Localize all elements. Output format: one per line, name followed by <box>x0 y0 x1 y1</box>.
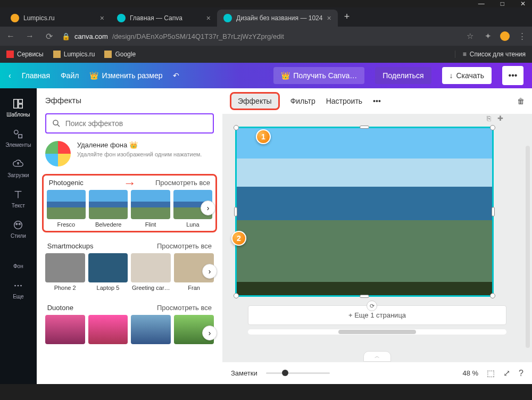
download-button[interactable]: ↓Скачать <box>442 67 492 84</box>
effect-thumb[interactable]: Fresco <box>47 190 86 228</box>
nav-label: Шаблоны <box>6 112 30 118</box>
close-window-button[interactable]: ✕ <box>520 0 526 7</box>
bg-remove-card[interactable]: Удаление фона 👑 Удаляйте фон изображений… <box>45 141 214 166</box>
lock-icon: 🔒 <box>62 32 70 40</box>
profile-avatar[interactable] <box>500 31 510 41</box>
header-back-icon[interactable]: ‹ <box>9 71 11 80</box>
bookmark-star-icon[interactable]: ☆ <box>464 31 476 41</box>
minimize-button[interactable]: — <box>478 0 485 7</box>
share-button[interactable]: Поделиться <box>375 67 431 84</box>
nav-templates[interactable]: Шаблоны <box>0 93 37 123</box>
tab-title: Дизайн без названия — 1024 <box>236 14 322 22</box>
effects-search[interactable] <box>45 113 214 134</box>
add-page-button[interactable]: + Еще 1 страница ⟳ <box>248 305 506 325</box>
effects-panel: Эффекты Удаление фона 👑 Удаляйте фон изо… <box>37 88 222 384</box>
nav-background[interactable]: Фон <box>0 244 37 274</box>
get-canva-button[interactable]: 👑Получить Canva… <box>273 67 364 84</box>
maximize-button[interactable]: □ <box>501 0 504 7</box>
duotone-category: Duotone Просмотреть все › <box>42 301 217 347</box>
duplicate-page-icon[interactable]: ⎘ <box>487 114 491 122</box>
see-all-link[interactable]: Просмотреть все <box>155 179 210 187</box>
resize-handle[interactable] <box>234 125 239 130</box>
canvas-toolbar: Эффекты Фильтр Настроить ••• 🗑 <box>222 88 532 114</box>
browser-tab[interactable]: Lumpics.ru× <box>4 10 111 27</box>
toolbar-filter[interactable]: Фильтр <box>290 97 315 105</box>
trash-icon[interactable]: 🗑 <box>517 97 525 105</box>
apps-icon <box>6 51 14 58</box>
browser-tabs: Lumpics.ru× Главная — Canva× Дизайн без … <box>0 7 532 27</box>
new-tab-button[interactable]: + <box>338 7 356 27</box>
next-button[interactable]: › <box>202 264 217 279</box>
zoom-thumb[interactable] <box>282 370 288 376</box>
nav-text[interactable]: Текст <box>0 184 37 214</box>
vertical-scrollbar[interactable] <box>526 146 530 348</box>
effect-thumb[interactable]: Flint <box>131 190 170 228</box>
tab-close-icon[interactable]: × <box>327 14 331 22</box>
resize-handle[interactable] <box>234 207 237 216</box>
effects-search-input[interactable] <box>65 119 207 128</box>
resize-handle[interactable] <box>234 293 239 298</box>
bookmark-google[interactable]: Google <box>104 51 136 58</box>
nav-styles[interactable]: Стили <box>0 214 37 244</box>
thumb-label: Luna <box>173 221 212 228</box>
canvas-image[interactable] <box>235 127 494 297</box>
reading-list-button[interactable]: ≡Список для чтения <box>455 51 526 58</box>
next-button[interactable]: › <box>202 326 217 340</box>
effect-thumb[interactable]: Belvedere <box>89 190 128 228</box>
effect-thumb[interactable] <box>45 315 85 344</box>
effect-thumb[interactable]: Phone 2 <box>45 253 85 291</box>
horizontal-scrollbar[interactable] <box>248 329 506 335</box>
resize-handle[interactable] <box>490 293 495 298</box>
refresh-icon[interactable]: ⟳ <box>367 301 377 311</box>
bottom-bar: Заметки 48 % ⬚ ⤢ ? <box>222 362 532 384</box>
effect-thumb[interactable] <box>88 315 128 344</box>
zoom-slider[interactable] <box>266 372 330 374</box>
nav-reload-icon[interactable]: ⟳ <box>43 31 55 41</box>
resize-handle[interactable] <box>360 126 369 129</box>
svg-rect-0 <box>14 99 18 109</box>
resize-handle[interactable] <box>490 125 495 130</box>
more-menu-button[interactable]: ••• <box>502 66 523 85</box>
help-icon[interactable]: ? <box>519 369 523 378</box>
see-all-link[interactable]: Просмотреть все <box>157 304 212 312</box>
resize-handle[interactable] <box>492 207 495 216</box>
expand-panel-button[interactable]: ︿ <box>363 351 391 362</box>
resize-handle[interactable] <box>360 295 369 298</box>
notes-button[interactable]: Заметки <box>231 369 257 377</box>
nav-more[interactable]: Еще <box>0 274 37 305</box>
toolbar-more[interactable]: ••• <box>373 97 381 105</box>
undo-icon[interactable]: ↶ <box>173 71 179 80</box>
extension-icon[interactable]: ✦ <box>482 31 494 41</box>
tab-close-icon[interactable]: × <box>206 14 211 22</box>
effect-thumb[interactable]: Laptop 5 <box>88 253 128 291</box>
toolbar-adjust[interactable]: Настроить <box>326 97 362 105</box>
resize-button[interactable]: 👑Изменить размер <box>89 71 162 80</box>
bookmark-lumpics[interactable]: Lumpics.ru <box>53 51 95 58</box>
fullscreen-icon[interactable]: ⤢ <box>503 368 510 378</box>
svg-rect-2 <box>19 104 22 108</box>
browser-menu-icon[interactable]: ⋮ <box>516 31 528 41</box>
effect-thumb[interactable]: Greeting car… <box>131 253 171 291</box>
svg-point-10 <box>20 285 22 287</box>
effect-thumb[interactable] <box>131 315 171 344</box>
nav-forward-icon[interactable]: → <box>23 31 36 41</box>
nav-uploads[interactable]: Загрузки <box>0 153 37 184</box>
see-all-link[interactable]: Просмотреть все <box>157 242 212 250</box>
nav-elements[interactable]: Элементы <box>0 123 37 153</box>
add-page-icon[interactable]: ✚ <box>497 114 503 122</box>
file-menu[interactable]: Файл <box>61 71 79 80</box>
bookmark-services[interactable]: Сервисы <box>6 51 44 58</box>
canvas-viewport[interactable]: ⎘ ✚ + Еще 1 страница ⟳ <box>222 114 532 362</box>
tab-close-icon[interactable]: × <box>100 14 104 22</box>
thumb-label: Flint <box>131 221 170 228</box>
annotation-marker-2: 2 <box>231 231 246 246</box>
toolbar-effects[interactable]: Эффекты <box>230 92 280 110</box>
nav-back-icon[interactable]: ← <box>4 31 17 41</box>
url-input[interactable]: 🔒 canva.com/design/DAEnXoP5oSM/14Q1T37r_… <box>62 32 458 40</box>
home-button[interactable]: Главная <box>22 71 50 80</box>
next-button[interactable]: › <box>201 201 215 215</box>
browser-tab[interactable]: Главная — Canva× <box>111 10 217 27</box>
pages-icon[interactable]: ⬚ <box>487 368 495 378</box>
browser-tab[interactable]: Дизайн без названия — 1024× <box>217 10 338 27</box>
tab-favicon <box>223 14 232 22</box>
